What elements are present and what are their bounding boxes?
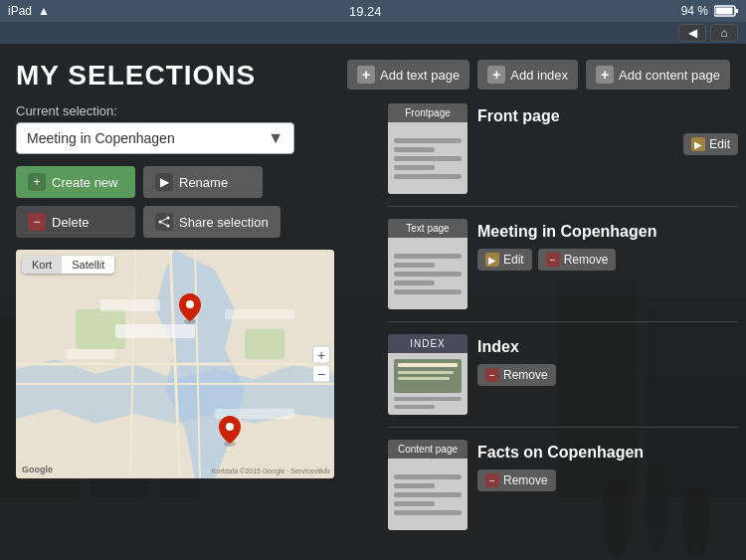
indexpage-actions: − Remove bbox=[477, 364, 738, 386]
svg-line-17 bbox=[160, 218, 168, 222]
map-zoom-controls: + − bbox=[312, 346, 330, 383]
wifi-icon: ▲ bbox=[38, 4, 50, 18]
share-icon bbox=[155, 213, 173, 231]
share-selection-button[interactable]: Share selection bbox=[143, 206, 280, 238]
textpage-remove-button[interactable]: − Remove bbox=[538, 249, 617, 271]
thumb-line bbox=[394, 405, 435, 409]
svg-rect-13 bbox=[715, 8, 732, 15]
thumb-line bbox=[394, 254, 462, 259]
rename-button[interactable]: ▶ Rename bbox=[143, 166, 263, 198]
svg-rect-29 bbox=[66, 349, 115, 359]
arrow-icon-rename: ▶ bbox=[155, 173, 173, 191]
back-button[interactable]: ◀ bbox=[678, 24, 706, 42]
current-selection-label: Current selection: bbox=[16, 103, 374, 118]
thumb-line bbox=[394, 280, 435, 285]
indexpage-name: Index bbox=[477, 338, 738, 356]
frontpage-actions: ▶ Edit bbox=[477, 133, 738, 155]
contentpage-thumbnail: Content page bbox=[388, 440, 467, 530]
main-panel: MY SELECTIONS + Add text page + Add inde… bbox=[0, 44, 746, 560]
indexpage-thumbnail: INDEX bbox=[388, 334, 467, 415]
rename-label: Rename bbox=[179, 175, 228, 190]
thumb-line bbox=[394, 474, 462, 479]
minus-icon-indexpage: − bbox=[485, 368, 499, 382]
contentpage-name: Facts on Copenhagen bbox=[477, 444, 738, 462]
map-tab-kort[interactable]: Kort bbox=[22, 256, 62, 274]
selection-dropdown[interactable]: Meeting in Copenhagen ▼ bbox=[16, 122, 294, 154]
minus-icon-delete: − bbox=[28, 213, 46, 231]
left-panel: Current selection: Meeting in Copenhagen… bbox=[16, 103, 374, 478]
plus-icon-create: + bbox=[28, 173, 46, 191]
textpage-name: Meeting in Copenhagen bbox=[477, 223, 738, 241]
google-logo: Google bbox=[22, 465, 53, 474]
delete-button[interactable]: − Delete bbox=[16, 206, 135, 238]
thumb-line bbox=[394, 156, 462, 161]
top-actions: + Add text page + Add index + Add conten… bbox=[347, 60, 730, 90]
plus-icon-1: + bbox=[357, 66, 375, 84]
battery-display: 94 % bbox=[681, 4, 708, 18]
textpage-edit-label: Edit bbox=[503, 253, 524, 267]
textpage-edit-button[interactable]: ▶ Edit bbox=[477, 249, 532, 271]
nav-bar: ◀ ⌂ bbox=[0, 22, 746, 44]
thumb-line bbox=[394, 138, 462, 143]
selection-value: Meeting in Copenhagen bbox=[27, 130, 175, 146]
thumb-line bbox=[394, 174, 462, 179]
frontpage-thumb-label: Frontpage bbox=[388, 103, 467, 122]
ipad-label: iPad bbox=[8, 4, 32, 18]
add-index-button[interactable]: + Add index bbox=[477, 60, 578, 90]
map-tab-satellit[interactable]: Satellit bbox=[62, 256, 114, 274]
textpage-remove-label: Remove bbox=[564, 253, 609, 267]
map-attribution: Kortdata ©2015 Google · Servicevilkår bbox=[212, 467, 330, 474]
battery-icon bbox=[714, 5, 738, 17]
thumb-line bbox=[394, 147, 435, 152]
map-container: Kort Satellit bbox=[16, 250, 334, 478]
frontpage-info: Front page ▶ Edit bbox=[477, 103, 738, 155]
svg-line-18 bbox=[160, 222, 168, 226]
indexpage-remove-button[interactable]: − Remove bbox=[477, 364, 556, 386]
thumb-line bbox=[394, 165, 435, 170]
textpage-card: Text page Meeting in Copenhagen ▶ Edit bbox=[388, 219, 738, 322]
frontpage-name: Front page bbox=[477, 107, 738, 125]
textpage-thumb-content bbox=[388, 238, 467, 309]
action-buttons-row1: + Create new ▶ Rename bbox=[16, 166, 374, 198]
map-svg bbox=[16, 250, 334, 478]
add-index-label: Add index bbox=[510, 68, 568, 83]
zoom-out-button[interactable]: − bbox=[312, 365, 330, 383]
contentpage-info: Facts on Copenhagen − Remove bbox=[477, 440, 738, 491]
textpage-info: Meeting in Copenhagen ▶ Edit − Remove bbox=[477, 219, 738, 271]
indexpage-thumb-content bbox=[388, 353, 467, 415]
add-text-page-button[interactable]: + Add text page bbox=[347, 60, 469, 90]
map-tabs: Kort Satellit bbox=[22, 256, 114, 274]
frontpage-thumbnail: Frontpage bbox=[388, 103, 467, 194]
share-selection-label: Share selection bbox=[179, 215, 269, 230]
indexpage-thumb-label: INDEX bbox=[388, 334, 467, 353]
thumb-line bbox=[394, 483, 435, 488]
create-new-button[interactable]: + Create new bbox=[16, 166, 135, 198]
plus-icon-3: + bbox=[596, 66, 614, 84]
add-text-page-label: Add text page bbox=[380, 68, 460, 83]
thumb-line bbox=[394, 397, 462, 401]
frontpage-edit-button[interactable]: ▶ Edit bbox=[683, 133, 738, 155]
edit-arrow-icon-2: ▶ bbox=[485, 253, 499, 267]
frontpage-thumb-content bbox=[388, 122, 467, 194]
contentpage-thumb-label: Content page bbox=[388, 440, 467, 459]
thumb-line bbox=[394, 272, 462, 277]
textpage-thumbnail: Text page bbox=[388, 219, 467, 309]
svg-rect-27 bbox=[100, 299, 160, 311]
home-button[interactable]: ⌂ bbox=[710, 24, 738, 42]
time-display: 19.24 bbox=[349, 4, 382, 19]
dropdown-arrow-icon: ▼ bbox=[268, 129, 283, 147]
thumb-line bbox=[394, 289, 462, 294]
contentpage-remove-button[interactable]: − Remove bbox=[477, 469, 556, 491]
thumb-line bbox=[394, 501, 435, 506]
frontpage-card: Frontpage Front page ▶ Edit bbox=[388, 103, 738, 207]
delete-label: Delete bbox=[52, 215, 90, 230]
zoom-in-button[interactable]: + bbox=[312, 346, 330, 364]
thumb-line bbox=[394, 263, 435, 268]
add-content-page-button[interactable]: + Add content page bbox=[586, 60, 730, 90]
create-new-label: Create new bbox=[52, 175, 117, 190]
edit-arrow-icon: ▶ bbox=[691, 137, 705, 151]
frontpage-edit-label: Edit bbox=[709, 137, 730, 151]
svg-point-35 bbox=[226, 423, 234, 431]
textpage-actions: ▶ Edit − Remove bbox=[477, 249, 738, 271]
thumb-line bbox=[394, 492, 462, 497]
